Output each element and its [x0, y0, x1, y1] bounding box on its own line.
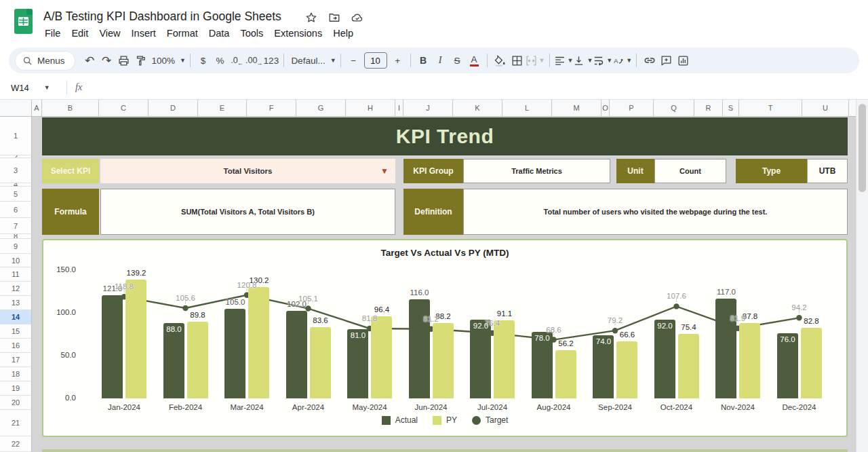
- text-rotation-button[interactable]: A ▼: [612, 52, 632, 69]
- column-header-I[interactable]: I: [395, 100, 403, 117]
- logo-table-glyph: [18, 17, 28, 26]
- vertical-scrollbar[interactable]: [856, 100, 868, 452]
- toolbar-divider: [410, 54, 411, 67]
- star-icon[interactable]: [305, 12, 317, 24]
- scrollbar-thumb[interactable]: [859, 104, 866, 192]
- row-header-11[interactable]: 11: [0, 267, 32, 282]
- strikethrough-button[interactable]: S: [449, 52, 466, 69]
- row-header-20[interactable]: 20: [0, 396, 32, 410]
- menu-item-extensions[interactable]: Extensions: [269, 26, 328, 43]
- column-header-E[interactable]: E: [198, 100, 247, 117]
- column-header-P[interactable]: P: [610, 100, 654, 117]
- column-header-T[interactable]: T: [739, 100, 802, 117]
- column-header-G[interactable]: G: [296, 100, 346, 117]
- column-header-H[interactable]: H: [346, 100, 395, 117]
- type-value[interactable]: UTB: [807, 159, 848, 183]
- select-all-corner[interactable]: [0, 100, 32, 117]
- definition-value[interactable]: Total number of users who visited the we…: [463, 189, 848, 235]
- menu-item-data[interactable]: Data: [203, 26, 235, 43]
- formula-value[interactable]: SUM(Total Visitors A, Total Visitors B): [100, 189, 395, 235]
- column-header-R[interactable]: R: [694, 100, 723, 117]
- kpi-select-dropdown[interactable]: Total Visitors ▼: [100, 159, 395, 183]
- text-color-button[interactable]: A: [466, 52, 483, 69]
- borders-button[interactable]: [509, 52, 526, 69]
- undo-button[interactable]: ↶: [81, 52, 98, 69]
- column-header-J[interactable]: J: [403, 100, 453, 117]
- actual-label-Feb-2024: 88.0: [159, 325, 190, 333]
- name-box[interactable]: W14 ▼: [0, 83, 62, 93]
- paint-format-button[interactable]: [132, 52, 149, 69]
- menu-item-tools[interactable]: Tools: [235, 26, 269, 43]
- fill-color-button[interactable]: [492, 52, 509, 69]
- menu-item-view[interactable]: View: [94, 26, 125, 43]
- number-format-button[interactable]: 123: [262, 52, 279, 69]
- print-button[interactable]: [115, 52, 132, 69]
- row-header-17[interactable]: 17: [0, 353, 32, 367]
- vertical-align-button[interactable]: ▼: [573, 52, 593, 69]
- row-header-18[interactable]: 18: [0, 367, 32, 381]
- column-header-F[interactable]: F: [247, 100, 296, 117]
- row-header-1[interactable]: 1: [0, 117, 32, 155]
- row-header-10[interactable]: 10: [0, 254, 32, 267]
- increase-decimal-button[interactable]: .00→: [245, 52, 262, 69]
- google-sheets-logo-icon[interactable]: [14, 9, 33, 34]
- row-header-13[interactable]: 13: [0, 296, 32, 310]
- menu-item-format[interactable]: Format: [161, 26, 203, 43]
- row-header-22[interactable]: 22: [0, 436, 32, 452]
- row-header-6[interactable]: 6: [0, 202, 32, 218]
- menus-search[interactable]: Menus: [16, 52, 75, 70]
- column-header-A[interactable]: A: [32, 100, 42, 117]
- decrease-decimal-button[interactable]: .0←: [229, 52, 245, 69]
- column-header-S[interactable]: S: [723, 100, 739, 117]
- format-percent-button[interactable]: %: [212, 52, 229, 69]
- column-header-Q[interactable]: Q: [654, 100, 694, 117]
- column-header-U[interactable]: U: [802, 100, 849, 117]
- column-header-O[interactable]: O: [601, 100, 610, 117]
- text-wrap-button[interactable]: ▼: [593, 52, 612, 69]
- chevron-down-icon: ▼: [330, 57, 336, 64]
- row-header-21[interactable]: 21: [0, 410, 32, 436]
- font-family-control[interactable]: Defaul... ▼: [288, 52, 336, 69]
- row-header-15[interactable]: 15: [0, 324, 32, 339]
- row-header-5[interactable]: 5: [0, 187, 32, 202]
- insert-link-button[interactable]: [641, 52, 658, 69]
- zoom-control[interactable]: 100% ▼: [149, 52, 186, 69]
- row-header-9[interactable]: 9: [0, 239, 32, 254]
- column-header-L[interactable]: L: [502, 100, 552, 117]
- increase-font-size-button[interactable]: +: [389, 52, 406, 69]
- row-header-14[interactable]: 14: [0, 310, 32, 324]
- column-header-M[interactable]: M: [552, 100, 601, 117]
- column-header-D[interactable]: D: [149, 100, 198, 117]
- move-to-folder-icon[interactable]: [328, 12, 340, 24]
- font-size-input[interactable]: 10: [364, 52, 387, 69]
- decrease-font-size-button[interactable]: −: [345, 52, 362, 69]
- italic-button[interactable]: I: [432, 52, 449, 69]
- row-header-12[interactable]: 12: [0, 282, 32, 296]
- insert-comment-button[interactable]: [658, 52, 675, 69]
- row-header-16[interactable]: 16: [0, 339, 32, 353]
- menu-item-insert[interactable]: Insert: [126, 26, 161, 43]
- format-currency-button[interactable]: $: [195, 52, 212, 69]
- menu-item-help[interactable]: Help: [328, 26, 359, 43]
- column-header-C[interactable]: C: [99, 100, 149, 117]
- toolbar-divider: [190, 54, 191, 67]
- column-header-K[interactable]: K: [453, 100, 502, 117]
- horizontal-align-button[interactable]: ▼: [554, 52, 574, 69]
- menu-item-edit[interactable]: Edit: [66, 26, 94, 43]
- column-header-B[interactable]: B: [42, 100, 99, 117]
- row-header-8[interactable]: 8: [0, 234, 32, 239]
- kpi-trend-banner[interactable]: KPI Trend: [42, 117, 848, 155]
- target-label-Nov-2024: 81.9: [722, 314, 753, 322]
- document-title[interactable]: A/B Testing KPI Dashboard in Google Shee…: [43, 10, 281, 24]
- menu-item-file[interactable]: File: [39, 26, 66, 43]
- kpi-group-value[interactable]: Traffic Metrics: [463, 159, 610, 183]
- cloud-saved-icon[interactable]: [351, 12, 363, 24]
- redo-button[interactable]: ↷: [98, 52, 115, 69]
- unit-value[interactable]: Count: [654, 159, 726, 183]
- merge-cells-button[interactable]: ▼: [526, 52, 545, 69]
- insert-chart-button[interactable]: [675, 52, 692, 69]
- row-header-3[interactable]: 3: [0, 158, 32, 183]
- row-header-19[interactable]: 19: [0, 381, 32, 396]
- row-header-7[interactable]: 7: [0, 218, 32, 234]
- bold-button[interactable]: B: [415, 52, 432, 69]
